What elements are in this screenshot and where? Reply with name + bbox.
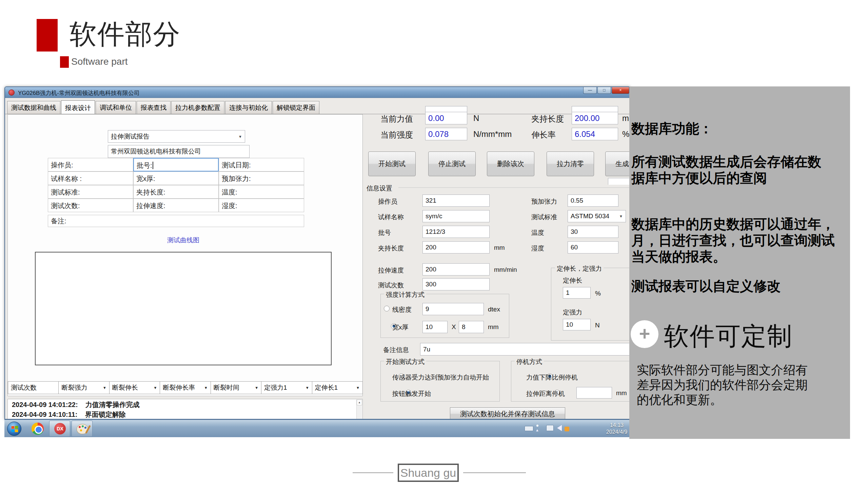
temperature-input[interactable] <box>568 226 618 238</box>
grid-cell-clamp-length[interactable]: 夹持长度: <box>133 185 219 199</box>
operator-input[interactable] <box>422 195 490 207</box>
remark-cell[interactable]: 备注: <box>48 215 304 227</box>
sidebar-paragraph-3: 测试报表可以自定义修改 <box>631 278 848 294</box>
result-col-break-time[interactable]: 断裂时间▼ <box>211 381 261 394</box>
current-strength-value[interactable] <box>425 128 467 140</box>
grid-cell-test-standard[interactable]: 测试标准: <box>48 185 133 199</box>
start-button[interactable] <box>7 422 21 436</box>
window-title: YG026B强力机-常州双固顿达机电科技有限公司 <box>18 89 140 97</box>
info-settings-title: 信息设置 <box>367 184 392 193</box>
fixed-force-input[interactable] <box>563 319 591 330</box>
grid-cell-test-date[interactable]: 测试日期: <box>219 158 304 171</box>
generate-report-button[interactable]: 生成报表 <box>605 151 631 176</box>
tab-unlock-ui[interactable]: 解锁锁定界面 <box>273 101 319 114</box>
dx-app-icon: DX <box>54 423 66 434</box>
log-scrollbar[interactable]: ▲ <box>356 400 362 419</box>
grid-cell-temperature[interactable]: 温度: <box>219 185 304 199</box>
tray-expand-icon[interactable]: ▲ <box>535 428 539 432</box>
clamp-length-value[interactable] <box>572 112 618 124</box>
fixed-elong-label: 定伸长 <box>563 276 582 285</box>
grid-cell-stretch-speed[interactable]: 拉伸速度: <box>133 199 219 212</box>
annotation-sidebar: 数据库功能： 所有测试数据生成后会存储在数据库中方便以后的查阅 数据库中的历史数… <box>629 86 850 439</box>
page-title: 软件部分 <box>70 16 181 53</box>
alert-icon[interactable] <box>565 427 569 431</box>
result-col-test-count[interactable]: 测试次数 <box>8 381 59 394</box>
result-columns-row: 测试次数 断裂强力▼ 断裂伸长▼ 断裂伸长率▼ 断裂时间▼ 定强力1▼ 定伸长1… <box>8 381 362 394</box>
minimize-button[interactable]: — <box>583 87 597 94</box>
test-count-input[interactable] <box>422 278 490 290</box>
grid-cell-batch[interactable]: 批号: <box>133 158 219 171</box>
batch-input[interactable] <box>422 226 490 238</box>
chevron-down-icon: ▼ <box>153 386 157 390</box>
sample-name-input[interactable] <box>422 210 490 222</box>
paint-icon <box>77 424 88 434</box>
current-force-label: 当前力值 <box>380 114 413 124</box>
tab-debug-units[interactable]: 调试和单位 <box>96 101 136 114</box>
tab-report-design[interactable]: 报表设计 <box>61 100 95 114</box>
humidity-input[interactable] <box>568 241 618 253</box>
taskbar-app-dx[interactable]: DX <box>49 421 70 437</box>
grid-cell-operator[interactable]: 操作员: <box>48 158 133 171</box>
remark-info-input[interactable] <box>420 343 630 355</box>
maximize-button[interactable]: □ <box>597 87 611 94</box>
start-test-button[interactable]: 开始测试 <box>368 151 416 176</box>
clock-date: 2024/4/9 <box>605 429 629 435</box>
force-zero-button[interactable]: 拉力清零 <box>547 151 594 176</box>
init-save-button[interactable]: 测试次数初始化并保存测试信息 <box>450 407 565 420</box>
linear-density-radio[interactable] <box>384 306 390 311</box>
grid-cell-humidity[interactable]: 湿度: <box>219 199 304 212</box>
test-standard-dropdown[interactable]: ASTMD 5034 ▼ <box>568 210 626 222</box>
chevron-down-icon: ▼ <box>619 214 623 218</box>
result-col-fixed-force[interactable]: 定强力1▼ <box>261 381 312 394</box>
linear-density-input[interactable] <box>422 303 484 315</box>
grid-cell-pretension[interactable]: 预加张力: <box>219 171 304 185</box>
tab-report-search[interactable]: 报表查找 <box>137 101 171 114</box>
taskbar-app-paint[interactable] <box>72 421 93 437</box>
result-col-break-elong[interactable]: 断裂伸长▼ <box>109 381 160 394</box>
customizable-note: 实际软件部分可能与图文介绍有差异因为我们的软件部分会定期的优化和更新。 <box>637 363 813 407</box>
grid-cell-width-thickness[interactable]: 宽x厚: <box>133 171 219 185</box>
ime-keyboard-icon[interactable] <box>525 426 533 431</box>
delete-run-button[interactable]: 删除该次 <box>487 151 534 176</box>
elongation-rate-unit: % <box>622 129 629 139</box>
fixed-force-unit: N <box>595 322 600 329</box>
distance-stop-unit: mm <box>616 389 627 397</box>
chevron-down-icon: ▼ <box>356 386 360 390</box>
result-col-fixed-elong[interactable]: 定伸长1▼ <box>312 381 363 394</box>
chevron-down-icon: ▼ <box>255 386 258 390</box>
stretch-speed-label: 拉伸速度 <box>378 266 404 275</box>
tab-connect-init[interactable]: 连接与初始化 <box>225 101 272 114</box>
report-type-dropdown[interactable]: 拉伸测试报告 ▼ <box>108 130 245 143</box>
network-icon[interactable] <box>546 425 554 431</box>
company-name-input[interactable] <box>108 145 250 158</box>
elongation-rate-value[interactable] <box>572 128 618 140</box>
button-start-label: 按钮触发开始 <box>392 389 431 398</box>
fixed-elong-input[interactable] <box>563 287 591 299</box>
scroll-up-icon[interactable]: ▲ <box>357 400 362 405</box>
result-col-break-elong-rate[interactable]: 断裂伸长率▼ <box>160 381 211 394</box>
stretch-speed-input[interactable] <box>422 263 490 276</box>
curve-chart-title: 测试曲线图 <box>35 236 332 245</box>
result-col-break-force[interactable]: 断裂强力▼ <box>58 381 109 394</box>
width-input[interactable] <box>422 321 448 333</box>
tab-test-data-curve[interactable]: 测试数据和曲线 <box>7 101 60 114</box>
grid-cell-test-count[interactable]: 测试次数: <box>48 199 133 212</box>
clamp-length-setting-label: 夹持长度 <box>378 244 404 253</box>
pretension-input[interactable] <box>568 195 618 207</box>
current-force-value[interactable] <box>425 112 467 124</box>
tab-machine-params[interactable]: 拉力机参数配置 <box>171 101 224 114</box>
footer-brand-box: Shuang gu <box>398 464 459 482</box>
window-titlebar[interactable]: YG026B强力机-常州双固顿达机电科技有限公司 — □ × <box>5 87 630 98</box>
thickness-input[interactable] <box>459 321 484 333</box>
chrome-icon[interactable] <box>32 423 44 435</box>
linear-density-unit: dtex <box>488 306 500 313</box>
close-button[interactable]: × <box>612 87 629 94</box>
clamp-length-setting-input[interactable] <box>422 241 490 253</box>
stop-test-button[interactable]: 停止测试 <box>428 151 476 176</box>
speaker-icon[interactable] <box>557 425 562 431</box>
distance-stop-input[interactable] <box>576 387 612 399</box>
taskbar-clock[interactable]: 14:13 2024/4/9 <box>605 422 629 435</box>
grid-cell-sample-name[interactable]: 试样名称 : <box>48 171 133 185</box>
log-line: 2024-04-09 14:10:11: 界面锁定解除 <box>12 410 140 420</box>
log-panel: 2024-04-09 14:01:22: 力值清零操作完成 2024-04-09… <box>7 399 363 419</box>
